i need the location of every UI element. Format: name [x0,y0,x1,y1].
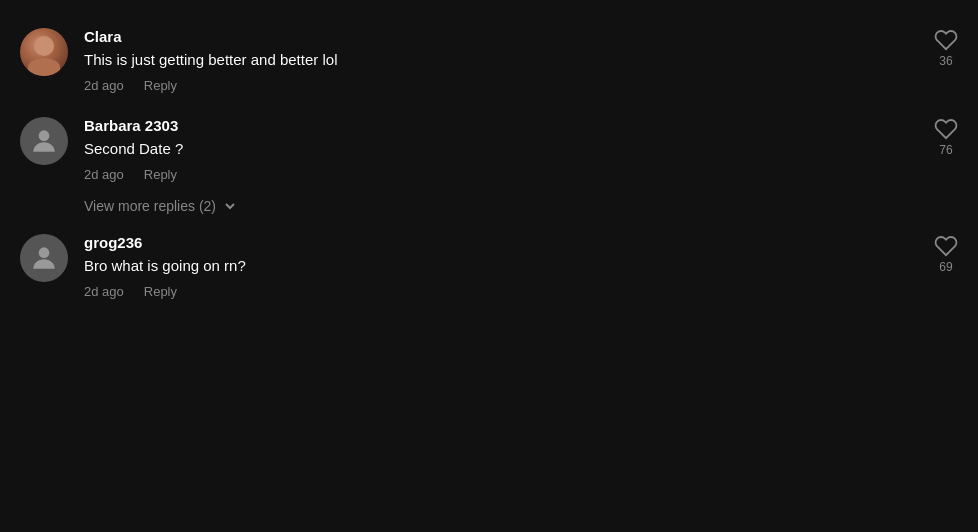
comment-meta: 2d ago Reply [84,167,902,182]
comment-item: grog236 Bro what is going on rn? 2d ago … [20,222,958,311]
comment-meta: 2d ago Reply [84,78,902,93]
comment-time: 2d ago [84,167,124,182]
view-more-replies-label: View more replies (2) [84,198,216,214]
like-count: 76 [939,143,952,157]
user-icon [28,125,60,157]
reply-button[interactable]: Reply [144,78,177,93]
svg-point-0 [39,130,50,141]
like-section: 69 [918,234,958,274]
heart-icon[interactable] [934,117,958,141]
user-icon [28,242,60,274]
reply-button[interactable]: Reply [144,284,177,299]
view-more-replies[interactable]: View more replies (2) [84,198,958,214]
avatar [20,234,68,282]
comment-username: Clara [84,28,902,45]
heart-icon[interactable] [934,28,958,52]
comment-text: Bro what is going on rn? [84,255,902,276]
comment-time: 2d ago [84,284,124,299]
heart-icon[interactable] [934,234,958,258]
comment-username: grog236 [84,234,902,251]
like-section: 36 [918,28,958,68]
comment-username: Barbara 2303 [84,117,902,134]
avatar [20,117,68,165]
comment-text: This is just getting better and better l… [84,49,902,70]
comment-item: Clara This is just getting better and be… [20,16,958,105]
like-count: 36 [939,54,952,68]
chevron-down-icon [222,198,238,214]
comment-body: Clara This is just getting better and be… [84,28,902,93]
comment-body: Barbara 2303 Second Date ? 2d ago Reply [84,117,902,182]
avatar [20,28,68,76]
like-count: 69 [939,260,952,274]
like-section: 76 [918,117,958,157]
reply-button[interactable]: Reply [144,167,177,182]
comment-item: Barbara 2303 Second Date ? 2d ago Reply … [20,105,958,194]
svg-point-1 [39,247,50,258]
comment-text: Second Date ? [84,138,902,159]
comment-time: 2d ago [84,78,124,93]
comment-body: grog236 Bro what is going on rn? 2d ago … [84,234,902,299]
comments-container: Clara This is just getting better and be… [0,0,978,327]
comment-meta: 2d ago Reply [84,284,902,299]
